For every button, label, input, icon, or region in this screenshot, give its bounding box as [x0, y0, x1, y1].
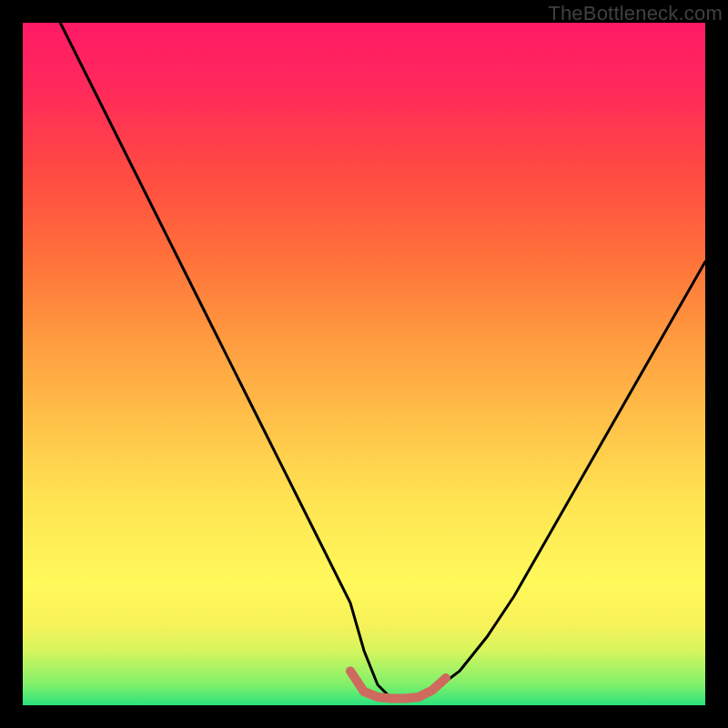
curve-layer [23, 23, 705, 705]
chart-frame: TheBottleneck.com [0, 0, 728, 728]
watermark-text: TheBottleneck.com [548, 2, 723, 25]
optimal-range-highlight [350, 672, 446, 699]
bottleneck-curve [23, 0, 705, 699]
plot-area [23, 23, 705, 705]
